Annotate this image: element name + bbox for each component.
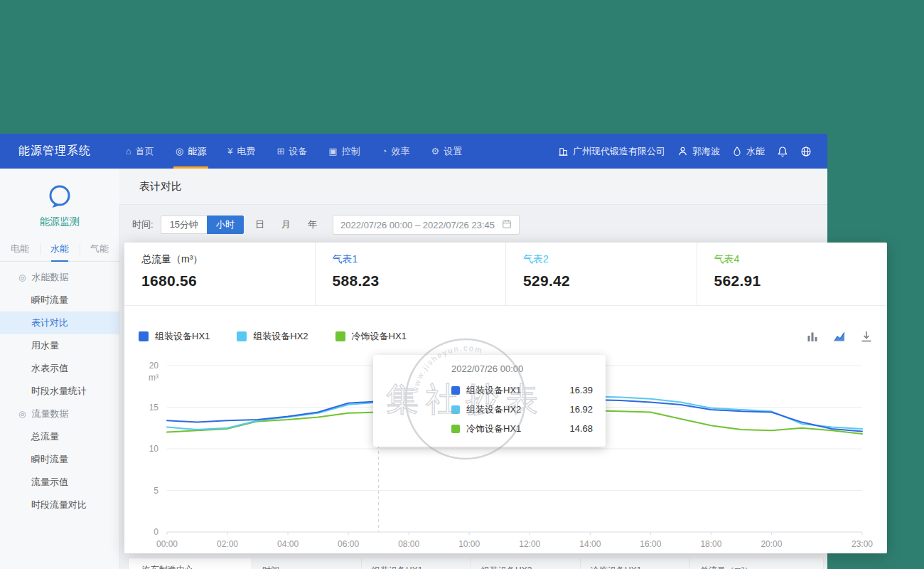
svg-text:08:00: 08:00 [398,539,419,549]
sidebar-section-7[interactable]: ◎流量数据 [0,403,119,425]
user-name: 郭海波 [692,145,720,158]
user-menu[interactable]: 郭海波 [677,145,720,158]
notification-bell-icon[interactable] [777,146,788,157]
nav-menu: ⌂首页◎能源¥电费⊞设备▣控制◔效率⚙设置 [115,134,473,169]
legend-item-1[interactable]: 组装设备HX1 [139,330,210,343]
nav-item-label: 电费 [237,145,255,158]
tooltip-rows: 组装设备HX116.39组装设备HX216.92冷饰设备HX114.68 [451,381,593,438]
table-header-row: 时间组装设备HX1组装设备HX2冷饰设备HX1总流量（m³） [252,558,824,569]
nav-item-label: 控制 [342,145,360,158]
stat-2: 气表1588.23 [315,243,506,305]
nav-item-6[interactable]: ◔效率 [371,134,421,169]
stat-4: 气表4562.91 [697,243,888,305]
granularity-3-button[interactable]: 日 [249,216,270,234]
efficiency-icon: ◔ [382,146,387,156]
nav-item-7[interactable]: ⚙设置 [421,134,473,169]
nav-item-label: 设备 [289,145,307,158]
fee-icon: ¥ [227,146,232,156]
tooltip-series-value: 16.92 [569,404,593,415]
granularity-1-button[interactable]: 15分钟 [161,216,208,234]
svg-text:16:00: 16:00 [640,539,661,549]
table-header-cell: 冷饰设备HX1 [580,558,690,569]
table-header-cell: 组装设备HX2 [471,558,581,569]
language-globe-icon[interactable] [800,146,812,157]
download-icon[interactable] [860,330,873,343]
svg-text:12:00: 12:00 [519,539,540,549]
sidebar-item-10[interactable]: 流量示值 [0,471,119,494]
stat-value: 1680.56 [141,272,315,289]
granularity-2-button[interactable]: 小时 [207,216,244,234]
svg-text:10: 10 [149,444,159,454]
legend-swatch [139,331,149,341]
sidebar-item-3[interactable]: 表计对比 [0,312,119,334]
stat-value: 588.23 [333,272,506,289]
granularity-4-button[interactable]: 月 [276,216,296,234]
svg-text:23:00: 23:00 [852,539,873,549]
table-header-cell: 时间 [252,558,362,569]
svg-text:0: 0 [154,527,159,537]
nav-item-label: 能源 [188,145,206,158]
chart-header: 组装设备HX1组装设备HX2冷饰设备HX1 [124,325,887,348]
tooltip-swatch [451,405,460,414]
sidebar-item-9[interactable]: 瞬时流量 [0,448,119,471]
sidebar-item-11[interactable]: 时段流量对比 [0,494,119,516]
table-header-cell: 总流量（m³） [689,558,824,569]
stats-row: 总流量（m³）1680.56气表1588.23气表2529.42气表4562.9… [124,243,887,306]
module-header: 能源监测 [0,169,119,228]
sidebar-menu: ◎水能数据瞬时流量表计对比用水量水表示值时段水量统计◎流量数据总流量瞬时流量流量… [0,266,119,516]
tab-2[interactable]: 水能 [40,237,80,261]
energy-monitor-icon [45,183,74,211]
legend-label: 组装设备HX2 [253,330,308,343]
company-selector[interactable]: 广州现代锻造有限公司 [558,145,665,158]
sidebar-item-4[interactable]: 用水量 [0,334,119,357]
data-table-top: ▸ 汽车制造中心 时间组装设备HX1组装设备HX2冷饰设备HX1总流量（m³） [128,558,827,569]
bar-chart-icon[interactable] [806,330,819,343]
tooltip-row-2: 组装设备HX216.92 [451,400,593,419]
area-chart-icon[interactable] [833,330,846,343]
svg-text:20:00: 20:00 [761,539,782,549]
user-icon [677,146,688,156]
sidebar-item-6[interactable]: 时段水量统计 [0,380,119,403]
sidebar-section-1[interactable]: ◎水能数据 [0,266,119,289]
tab-3[interactable]: 气能 [80,237,119,261]
nav-item-1[interactable]: ⌂首页 [115,134,165,169]
sidebar-item-2[interactable]: 瞬时流量 [0,289,119,312]
tooltip-series-name: 组装设备HX1 [466,384,521,397]
tooltip-series-name: 组装设备HX2 [466,403,521,416]
granularity-5-button[interactable]: 年 [302,216,323,234]
stat-1: 总流量（m³）1680.56 [124,243,315,305]
filter-toolbar: 时间: 15分钟小时日月年 2022/07/26 00:00 – 2022/07… [119,205,827,245]
page-background: 能源管理系统 ⌂首页◎能源¥电费⊞设备▣控制◔效率⚙设置 广州现代锻造有限公司 … [0,0,924,569]
nav-item-5[interactable]: ▣控制 [318,134,370,169]
sidebar-item-8[interactable]: 总流量 [0,425,119,448]
tooltip-series-value: 14.68 [569,423,593,434]
legend-item-2[interactable]: 组装设备HX2 [237,330,308,343]
page-title: 表计对比 [119,169,827,205]
energy-type-selector[interactable]: 水能 [732,145,765,158]
legend-label: 冷饰设备HX1 [352,330,407,343]
table-group-row[interactable]: ▸ 汽车制造中心 [128,558,252,569]
granularity-switcher: 15分钟小时日月年 [161,216,323,234]
nav-item-3[interactable]: ¥电费 [217,134,266,169]
legend-item-3[interactable]: 冷饰设备HX1 [335,330,407,343]
tooltip-title: 2022/07/26 00:00 [451,363,593,374]
section-icon: ◎ [18,409,26,419]
module-title: 能源监测 [0,216,119,228]
svg-text:14:00: 14:00 [579,539,601,549]
tooltip-swatch [451,425,460,433]
sidebar-item-5[interactable]: 水表示值 [0,357,119,380]
nav-item-2[interactable]: ◎能源 [165,134,217,169]
svg-text:00:00: 00:00 [156,539,178,549]
company-name: 广州现代锻造有限公司 [573,145,665,158]
water-drop-icon [732,146,742,156]
nav-item-4[interactable]: ⊞设备 [266,134,318,169]
tooltip-row-3: 冷饰设备HX114.68 [451,419,593,438]
svg-text:20: 20 [149,361,159,371]
calendar-icon [502,219,512,231]
stat-label: 气表2 [523,253,697,266]
date-range-picker[interactable]: 2022/07/26 00:00 – 2022/07/26 23:45 [333,215,520,235]
device-icon: ⊞ [276,146,284,156]
tab-1[interactable]: 电能 [0,237,40,261]
section-icon: ◎ [18,272,26,282]
svg-text:5: 5 [154,486,159,496]
